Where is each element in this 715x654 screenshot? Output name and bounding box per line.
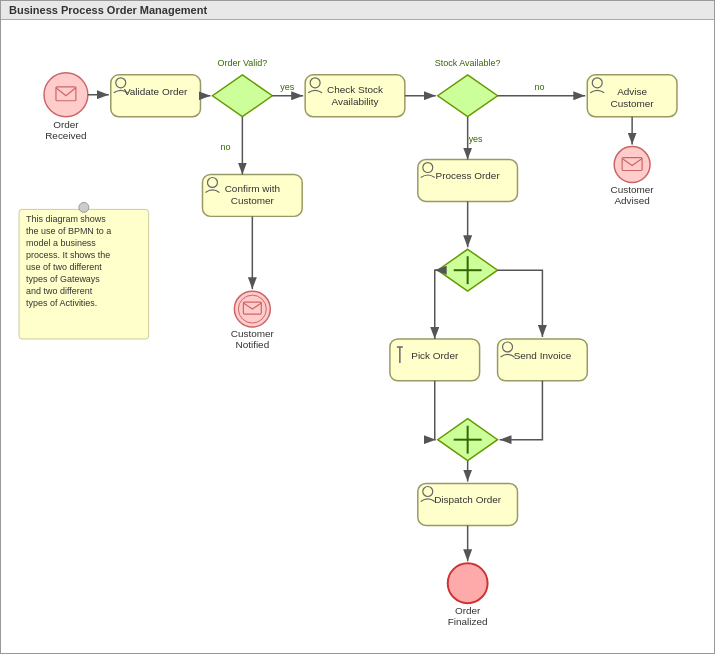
flow-14	[500, 381, 543, 440]
title-bar: Business Process Order Management	[1, 1, 714, 20]
dispatch-order-label1: Dispatch Order	[434, 494, 502, 505]
confirm-customer-label2: Customer	[231, 195, 275, 206]
pick-order-label1: Pick Order	[411, 350, 459, 361]
customer-notified-label2: Notified	[235, 339, 269, 350]
order-valid-question: Order Valid?	[218, 58, 268, 68]
customer-advised-event	[614, 147, 650, 183]
send-invoice-label1: Send Invoice	[514, 350, 572, 361]
process-order-label1: Process Order	[436, 170, 501, 181]
svg-text:yes: yes	[280, 82, 294, 92]
flow-13	[435, 381, 436, 440]
svg-text:no: no	[220, 142, 230, 152]
svg-text:no: no	[534, 82, 544, 92]
customer-advised-label2: Advised	[614, 195, 649, 206]
flow-11	[435, 270, 438, 339]
order-received-label: Order	[53, 119, 79, 130]
order-finalized-label1: Order	[455, 605, 481, 616]
order-valid-gateway	[212, 75, 272, 117]
customer-advised-label1: Customer	[611, 184, 655, 195]
main-window: Business Process Order Management This d…	[0, 0, 715, 654]
start-event	[44, 73, 88, 117]
check-stock-label2: Availability	[332, 96, 379, 107]
advise-customer-label1: Advise	[617, 86, 647, 97]
svg-point-2	[79, 202, 89, 212]
end-event	[448, 563, 488, 603]
check-stock-label1: Check Stock	[327, 84, 383, 95]
diagram-area[interactable]: This diagram shows the use of BPMN to a …	[1, 20, 714, 650]
stock-available-gateway	[438, 75, 498, 117]
advise-customer-label2: Customer	[611, 98, 655, 109]
customer-notified-label1: Customer	[231, 328, 275, 339]
stock-available-question: Stock Available?	[435, 58, 501, 68]
order-finalized-label2: Finalized	[448, 616, 488, 627]
confirm-customer-label1: Confirm with	[225, 183, 280, 194]
window-title: Business Process Order Management	[9, 4, 207, 16]
order-received-label2: Received	[45, 130, 87, 141]
flow-12	[498, 270, 543, 337]
validate-order-label: Validate Order	[124, 86, 188, 97]
svg-text:yes: yes	[469, 134, 483, 144]
